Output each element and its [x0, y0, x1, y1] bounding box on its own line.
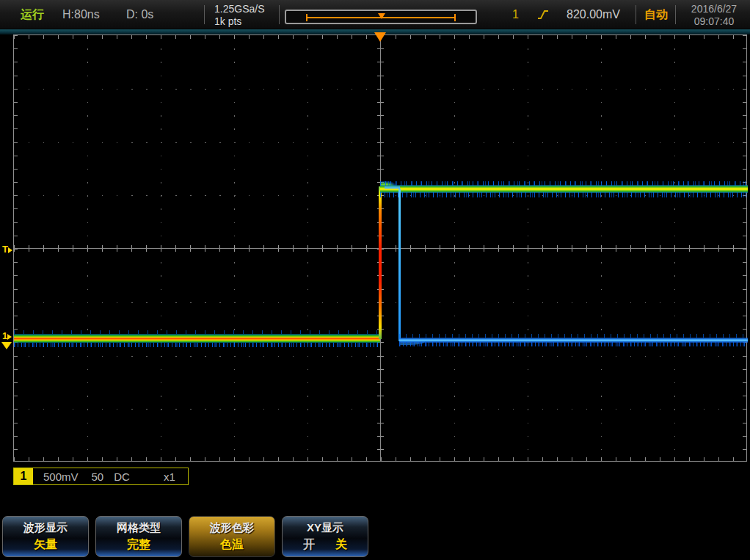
hpos-right-tick	[454, 14, 456, 21]
main-trace-rising-edge	[379, 186, 382, 339]
menu-value-on: 开	[303, 537, 315, 553]
run-status[interactable]: 运行	[21, 0, 44, 29]
menu-grid-type[interactable]: 网格类型 完整	[95, 516, 182, 557]
menu-waveform-display[interactable]: 波形显示 矢量	[2, 516, 89, 557]
main-trace-low-segment	[14, 334, 380, 343]
hpos-left-tick	[306, 14, 307, 21]
trigger-sweep-mode: 自动	[644, 0, 668, 29]
menu-value: 色温	[220, 537, 244, 553]
trigger-source: 1	[512, 0, 519, 29]
menu-value: 完整	[127, 537, 150, 553]
hpos-trigger-icon	[378, 13, 385, 19]
trace-noise	[14, 343, 380, 347]
separator	[675, 5, 676, 24]
menu-label: XY显示	[307, 521, 343, 535]
oscilloscope-screen: 运行 H:80ns D: 0s 1.25GSa/S 1k pts 1 820.0…	[0, 0, 750, 560]
time: 09:07:40	[684, 15, 744, 27]
waveform-display	[13, 34, 747, 462]
date: 2016/6/27	[684, 3, 744, 15]
menu-label: 波形显示	[23, 521, 68, 535]
trigger-level-marker: T	[2, 244, 12, 254]
channel-scale: 500mV	[43, 470, 79, 483]
right-arrow-icon	[7, 334, 12, 340]
rising-edge-icon	[537, 10, 549, 20]
ghost-trace-high-segment	[385, 186, 400, 189]
menu-xy-display[interactable]: XY显示 开 关	[282, 516, 368, 557]
channel1-info-box: 1 500mV 50 DC x1	[13, 468, 189, 485]
channel-impedance: 50	[92, 470, 104, 483]
channel-coupling: DC	[114, 470, 130, 483]
menu-waveform-color[interactable]: 波形色彩 色温	[189, 516, 275, 557]
menu-value: 矢量	[34, 537, 57, 553]
channel-probe-ratio: x1	[164, 470, 175, 483]
separator	[279, 5, 280, 24]
horizontal-delay: D: 0s	[126, 0, 153, 29]
sample-rate: 1.25GSa/S	[214, 3, 265, 15]
down-arrow-icon	[1, 342, 12, 349]
separator	[636, 5, 636, 24]
ghost-trace-falling-edge	[398, 189, 401, 341]
channel1-badge: 1	[14, 468, 33, 484]
trigger-level-value: 820.00mV	[567, 0, 620, 29]
menu-value-off: 关	[335, 537, 347, 553]
memory-depth: 1k pts	[214, 15, 241, 27]
trace-noise	[399, 342, 748, 346]
horizontal-scale: H:80ns	[62, 0, 100, 29]
separator	[204, 5, 205, 24]
right-arrow-icon	[8, 247, 12, 253]
menu-label: 网格类型	[117, 521, 161, 535]
menu-label: 波形色彩	[210, 521, 254, 535]
channel1-offset-marker: 1	[2, 331, 12, 341]
status-bar: 运行 H:80ns D: 0s 1.25GSa/S 1k pts 1 820.0…	[0, 0, 750, 29]
horizontal-position-indicator	[285, 10, 477, 24]
trigger-position-icon	[374, 32, 386, 42]
trace-noise	[380, 192, 748, 197]
